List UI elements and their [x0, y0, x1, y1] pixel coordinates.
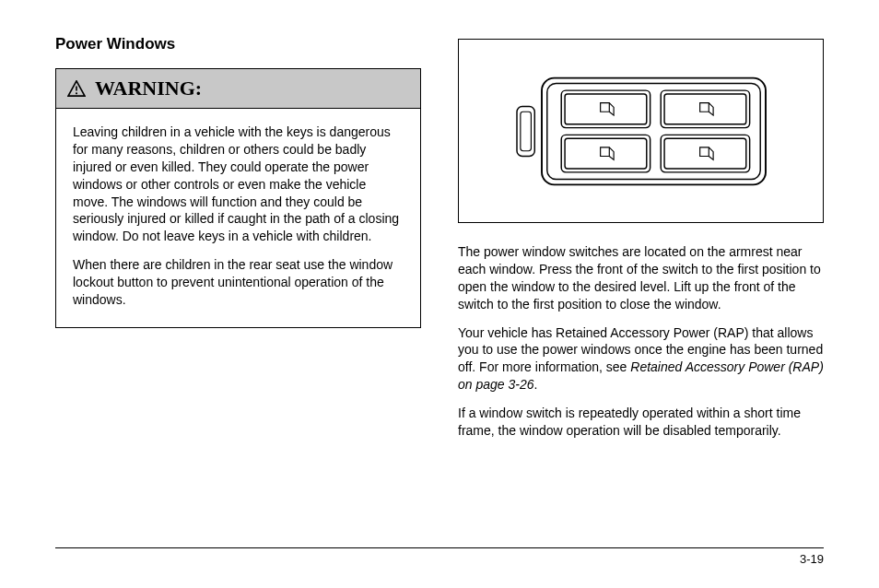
svg-rect-5: [520, 112, 531, 150]
svg-rect-7: [565, 94, 647, 124]
warning-paragraph: When there are children in the rear seat…: [73, 256, 404, 309]
svg-rect-10: [561, 135, 650, 172]
warning-paragraph: Leaving children in a vehicle with the k…: [73, 123, 404, 245]
svg-rect-9: [664, 94, 746, 124]
svg-rect-3: [546, 83, 759, 179]
warning-body: Leaving children in a vehicle with the k…: [56, 109, 420, 327]
page-number: 3-19: [800, 552, 824, 566]
svg-rect-6: [561, 90, 650, 128]
section-heading: Power Windows: [55, 35, 421, 53]
body-paragraph: The power window switches are located on…: [458, 243, 824, 313]
body-text-span: .: [534, 377, 538, 392]
body-paragraph: If a window switch is repeatedly operate…: [458, 405, 824, 440]
window-switch-illustration: [458, 39, 824, 223]
warning-triangle-icon: [67, 80, 86, 97]
body-text: The power window switches are located on…: [458, 243, 824, 440]
warning-header: WARNING:: [56, 69, 420, 109]
svg-rect-8: [661, 90, 749, 128]
svg-point-1: [76, 92, 77, 94]
svg-rect-13: [664, 138, 746, 169]
page-footer: 3-19: [55, 547, 824, 566]
warning-box: WARNING: Leaving children in a vehicle w…: [55, 68, 421, 328]
svg-rect-12: [661, 135, 749, 172]
body-paragraph: Your vehicle has Retained Accessory Powe…: [458, 324, 824, 394]
warning-label: WARNING:: [95, 76, 202, 100]
svg-rect-11: [565, 138, 647, 169]
svg-rect-4: [517, 106, 534, 156]
